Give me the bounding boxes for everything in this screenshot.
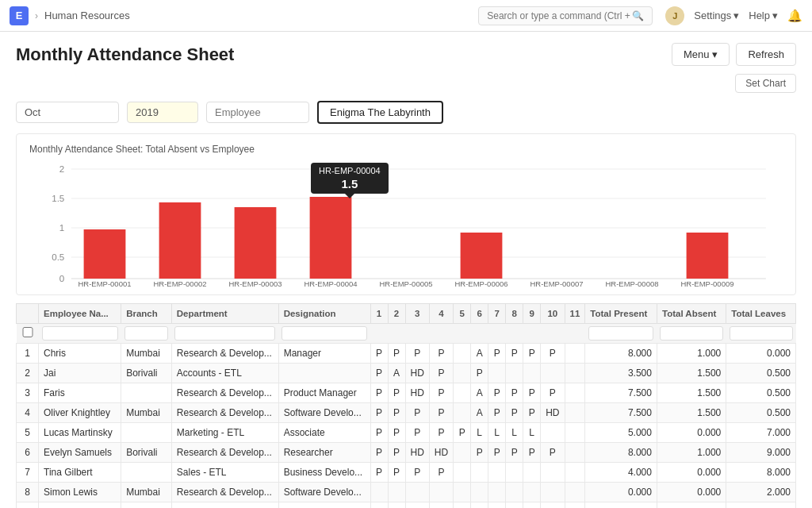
refresh-button[interactable]: Refresh xyxy=(736,43,796,66)
svg-text:HR-EMP-00004: HR-EMP-00004 xyxy=(304,280,357,288)
header-actions: Menu ▾ Refresh xyxy=(672,43,796,66)
filter-total-absent[interactable] xyxy=(660,326,722,341)
row-day: P xyxy=(541,502,565,509)
company-filter[interactable]: Enigma The Labyrinth xyxy=(317,101,443,124)
col-day-8[interactable]: 8 xyxy=(506,304,523,324)
row-total-absent: 1.000 xyxy=(657,502,726,509)
row-designation: Software Develo... xyxy=(278,502,370,509)
col-num xyxy=(17,304,39,324)
search-input[interactable] xyxy=(487,10,632,21)
col-day-11[interactable]: 11 xyxy=(565,304,585,324)
row-day: P xyxy=(506,443,523,463)
col-employee-name[interactable]: Employee Na... xyxy=(39,304,121,324)
row-day xyxy=(523,483,541,502)
filter-total-present[interactable] xyxy=(588,326,654,341)
row-day: P xyxy=(405,403,429,423)
svg-rect-16 xyxy=(310,197,352,279)
filter-employee-name[interactable] xyxy=(42,326,118,341)
avatar[interactable]: J xyxy=(665,6,684,25)
row-day xyxy=(565,463,585,483)
row-day: P xyxy=(523,443,541,463)
chart-svg: 2 1.5 1 0.5 0 HR-EMP-00001 HR-EMP-00002 … xyxy=(29,161,783,288)
row-day: P xyxy=(370,403,388,423)
col-day-7[interactable]: 7 xyxy=(488,304,506,324)
col-day-9[interactable]: 9 xyxy=(523,304,541,324)
col-department[interactable]: Department xyxy=(171,304,278,324)
row-day: A xyxy=(471,344,488,364)
row-total-present: 8.000 xyxy=(585,344,657,364)
row-day: P xyxy=(370,344,388,364)
row-total-absent: 1.000 xyxy=(657,443,726,463)
filter-department[interactable] xyxy=(174,326,275,341)
col-day-3[interactable]: 3 xyxy=(405,304,429,324)
row-day: P xyxy=(488,443,506,463)
table-row: 3 Faris Research & Develop... Product Ma… xyxy=(17,383,796,403)
row-day: P xyxy=(506,502,523,509)
row-day: P xyxy=(388,423,405,443)
row-total-leaves: 0.500 xyxy=(726,364,796,383)
breadcrumb: Human Resources xyxy=(44,10,130,21)
year-filter[interactable] xyxy=(127,102,198,123)
svg-text:2: 2 xyxy=(59,164,64,174)
filter-designation[interactable] xyxy=(282,326,367,341)
help-button[interactable]: Help ▾ xyxy=(749,10,778,21)
table-row: 7 Tina Gilbert Sales - ETL Business Deve… xyxy=(17,463,796,483)
row-day: P xyxy=(370,383,388,403)
col-designation[interactable]: Designation xyxy=(278,304,370,324)
row-day xyxy=(454,403,471,423)
col-total-leaves[interactable]: Total Leaves xyxy=(726,304,796,324)
row-day: P xyxy=(523,502,541,509)
search-icon: 🔍 xyxy=(632,10,644,21)
row-branch xyxy=(121,463,172,483)
row-day: P xyxy=(506,383,523,403)
row-day xyxy=(523,364,541,383)
row-day: P xyxy=(488,403,506,423)
chart-title: Monthly Attendance Sheet: Total Absent v… xyxy=(29,144,783,155)
attendance-table-wrapper: Employee Na... Branch Department Designa… xyxy=(16,303,796,508)
filter-total-leaves[interactable] xyxy=(730,326,793,341)
row-day: P xyxy=(541,344,565,364)
col-day-6[interactable]: 6 xyxy=(471,304,488,324)
set-chart-button[interactable]: Set Chart xyxy=(735,74,796,93)
row-branch: Borivali xyxy=(121,364,172,383)
row-designation: Software Develo... xyxy=(278,403,370,423)
table-row: 6 Evelyn Samuels Borivali Research & Dev… xyxy=(17,443,796,463)
row-day: P xyxy=(388,383,405,403)
col-day-5[interactable]: 5 xyxy=(454,304,471,324)
row-day: P xyxy=(488,502,506,509)
search-bar[interactable]: 🔍 xyxy=(478,6,653,25)
notifications-bell[interactable]: 🔔 xyxy=(787,9,802,23)
row-num: 1 xyxy=(17,344,39,364)
row-day xyxy=(429,483,453,502)
col-branch[interactable]: Branch xyxy=(121,304,172,324)
row-num: 7 xyxy=(17,463,39,483)
employee-filter[interactable] xyxy=(206,102,309,123)
row-day xyxy=(488,463,506,483)
row-day: P xyxy=(506,344,523,364)
row-department: Research & Develop... xyxy=(171,383,278,403)
topnav: E › Human Resources 🔍 J Settings ▾ Help … xyxy=(0,0,812,32)
row-designation: Associate xyxy=(278,423,370,443)
row-day: P xyxy=(429,403,453,423)
settings-button[interactable]: Settings ▾ xyxy=(694,10,739,21)
row-day: HD xyxy=(541,403,565,423)
month-filter[interactable] xyxy=(16,102,119,123)
menu-button[interactable]: Menu ▾ xyxy=(672,43,730,66)
row-day xyxy=(541,364,565,383)
col-day-4[interactable]: 4 xyxy=(429,304,453,324)
col-day-2[interactable]: 2 xyxy=(388,304,405,324)
row-day xyxy=(454,443,471,463)
col-day-10[interactable]: 10 xyxy=(541,304,565,324)
filter-branch[interactable] xyxy=(124,326,169,341)
row-day: P xyxy=(454,423,471,443)
col-total-present[interactable]: Total Present xyxy=(585,304,657,324)
row-day: P xyxy=(471,443,488,463)
row-day xyxy=(565,344,585,364)
col-day-1[interactable]: 1 xyxy=(370,304,388,324)
row-total-absent: 1.500 xyxy=(657,383,726,403)
col-total-absent[interactable]: Total Absent xyxy=(657,304,726,324)
table-row: 1 Chris Mumbai Research & Develop... Man… xyxy=(17,344,796,364)
select-all-checkbox[interactable] xyxy=(20,327,36,337)
table-row: 4 Oliver Knightley Mumbai Research & Dev… xyxy=(17,403,796,423)
row-day: P xyxy=(388,502,405,509)
